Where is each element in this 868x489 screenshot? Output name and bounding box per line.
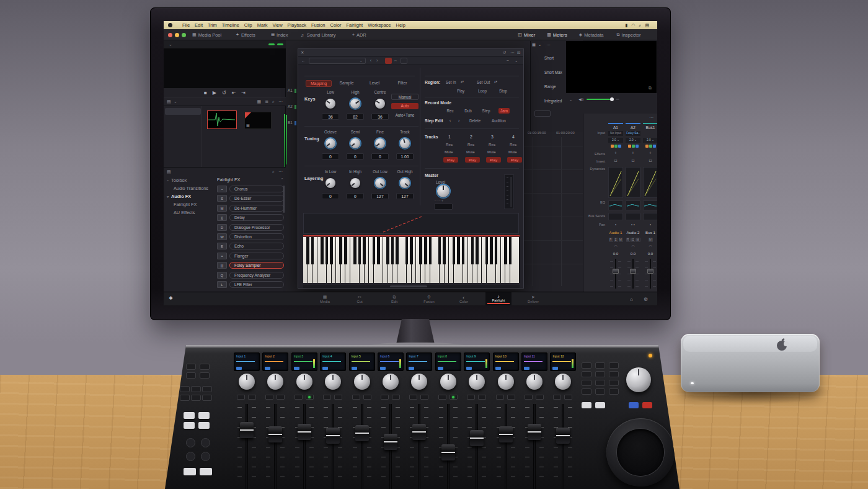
track2-play-button[interactable]: Play <box>465 157 480 163</box>
piano-black-key[interactable] <box>377 237 380 264</box>
mixer-options-icon[interactable]: ⋯ <box>649 115 653 120</box>
channel-button[interactable] <box>409 395 417 400</box>
fader-cap-6[interactable] <box>384 434 397 450</box>
strip-dynamics-graph[interactable] <box>608 167 623 198</box>
audio-clip-thumbnail[interactable] <box>207 110 237 129</box>
channel-button[interactable] <box>277 395 285 400</box>
strip-insert-button[interactable]: ⊡ <box>643 158 657 163</box>
knob-octave[interactable] <box>326 138 335 148</box>
strip-m-button[interactable]: M <box>619 238 623 242</box>
stop-button[interactable]: ■ <box>204 90 207 96</box>
left-cluster-button-light[interactable] <box>198 422 210 429</box>
preset-selector[interactable]: ⌄ <box>309 58 366 64</box>
keys-mode-auto[interactable]: Auto <box>391 103 418 109</box>
fader-cap-5[interactable] <box>355 425 369 441</box>
strip-eq-graph[interactable] <box>643 200 657 210</box>
channel-knob-1[interactable] <box>239 374 255 390</box>
channel-knob-5[interactable] <box>354 374 370 390</box>
effects-tree-toolbox[interactable]: ⌄Toolbox <box>166 177 187 183</box>
strip-fader-value[interactable]: 0.0 <box>626 251 640 256</box>
prev-clip-button[interactable]: ⇤ <box>232 90 236 96</box>
right-cluster-button[interactable] <box>609 380 619 386</box>
strip-name-audio-1[interactable]: Audio 1 <box>607 230 624 235</box>
fader-cap-7[interactable] <box>412 424 426 440</box>
region-play-button[interactable]: Play <box>457 89 464 93</box>
menu-item-playback[interactable]: Playback <box>288 22 306 28</box>
fader-cap-9[interactable] <box>470 430 484 446</box>
left-cluster-button-light[interactable] <box>184 412 195 419</box>
knob-out-high[interactable] <box>400 178 410 188</box>
options-icon[interactable]: ⋯ <box>278 169 283 174</box>
effect-item-chorus[interactable]: Chorus <box>229 186 284 192</box>
channel-knob-6[interactable] <box>383 374 399 390</box>
strip-pan-knob[interactable]: ◠ <box>643 244 657 248</box>
page-tab-color[interactable]: ◐Color <box>451 292 477 305</box>
piano-black-key[interactable] <box>330 237 333 264</box>
track4-play-button[interactable]: Play <box>507 157 522 163</box>
set-in-stepper[interactable]: ▴▾ <box>461 79 464 83</box>
right-cluster-button-light[interactable] <box>582 402 591 408</box>
track-header-a1[interactable]: A1 <box>288 88 293 92</box>
fader-cap-12[interactable] <box>556 428 570 444</box>
plugin-titlebar[interactable]: ✕↺⋯⊡ <box>298 49 523 56</box>
plugin-scrollbar[interactable] <box>303 285 520 288</box>
strip-pan-dots[interactable]: • • <box>626 223 640 227</box>
effects-tree-audio-transitions[interactable]: Audio Transitions <box>174 186 208 191</box>
reset-icon[interactable]: ↺ <box>503 50 506 55</box>
project-manager-icon[interactable]: ⌂ <box>630 297 633 302</box>
menu-item-fairlight[interactable]: Fairlight <box>346 22 363 28</box>
left-cluster-button[interactable] <box>191 386 201 392</box>
piano-black-key[interactable] <box>353 237 356 264</box>
fader-cap-4[interactable] <box>326 428 340 444</box>
channel-button[interactable] <box>381 395 389 400</box>
timeline-clip-thumbnail[interactable]: ▦ <box>244 112 272 129</box>
channel-button[interactable] <box>478 395 486 400</box>
mixer-strip-header-a2[interactable]: A2 <box>626 125 640 130</box>
strip-dynamics-graph[interactable] <box>643 167 657 198</box>
left-cluster-round-button[interactable] <box>201 438 210 447</box>
keys-mode-auto-tune[interactable]: Auto+Tune <box>391 112 418 119</box>
record-mode-rec[interactable]: Rec <box>445 108 456 114</box>
knob-in-low[interactable] <box>326 178 335 188</box>
track-header-b1[interactable]: B1 <box>288 120 293 125</box>
channel-button[interactable] <box>553 395 561 400</box>
expand-viewer-icon[interactable]: ⧉ <box>649 86 652 91</box>
settings-icon[interactable]: ⚙ <box>644 297 648 302</box>
knob-fine[interactable] <box>375 138 385 148</box>
knob-value-out-low[interactable]: 127 <box>371 193 389 199</box>
menu-item-color[interactable]: Color <box>330 22 342 28</box>
plugin-tab-level[interactable]: Level <box>361 80 388 87</box>
piano-black-key[interactable] <box>462 237 465 264</box>
ab-compare-a-button[interactable] <box>385 58 392 64</box>
set-in-button[interactable]: Set In <box>446 80 456 84</box>
knob-semi[interactable] <box>350 138 360 148</box>
right-cluster-button[interactable] <box>595 362 605 369</box>
channel-button[interactable] <box>564 395 572 400</box>
strip-fader-value[interactable]: 0.0 <box>643 251 657 256</box>
right-cluster-button[interactable] <box>582 380 591 386</box>
channel-knob-3[interactable] <box>296 374 312 390</box>
effect-item-distortion[interactable]: Distortion <box>229 233 284 240</box>
effect-item-de-esser[interactable]: De-Esser <box>229 195 284 202</box>
region-stop-button[interactable]: Stop <box>499 89 507 93</box>
red-function-button[interactable] <box>642 402 652 408</box>
left-cluster-button[interactable] <box>180 395 190 401</box>
strip-fader-value[interactable]: 0.0 <box>608 251 623 256</box>
knob-value-fine[interactable]: 0 <box>371 153 389 159</box>
back-icon[interactable]: ← <box>301 58 306 63</box>
piano-black-key[interactable] <box>396 237 399 264</box>
loop-button[interactable]: ↺ <box>222 90 226 96</box>
knob-value-low[interactable]: 36 <box>322 114 339 120</box>
knob-value-track[interactable]: 1.00 <box>396 153 414 159</box>
scrollbar-thumb[interactable] <box>390 285 427 287</box>
piano-black-key[interactable] <box>363 237 366 264</box>
options-icon[interactable]: ⋯ <box>546 42 550 47</box>
strip-add-effect-button[interactable]: + <box>608 151 623 155</box>
knob-value-centre[interactable]: 36 <box>371 114 389 120</box>
channel-button[interactable] <box>438 395 446 400</box>
right-cluster-button-light[interactable] <box>595 402 605 408</box>
battery-icon[interactable]: ▮ <box>625 23 627 28</box>
close-window-button[interactable] <box>168 33 172 37</box>
knob-low[interactable] <box>326 99 335 109</box>
piano-black-key[interactable] <box>509 237 512 264</box>
